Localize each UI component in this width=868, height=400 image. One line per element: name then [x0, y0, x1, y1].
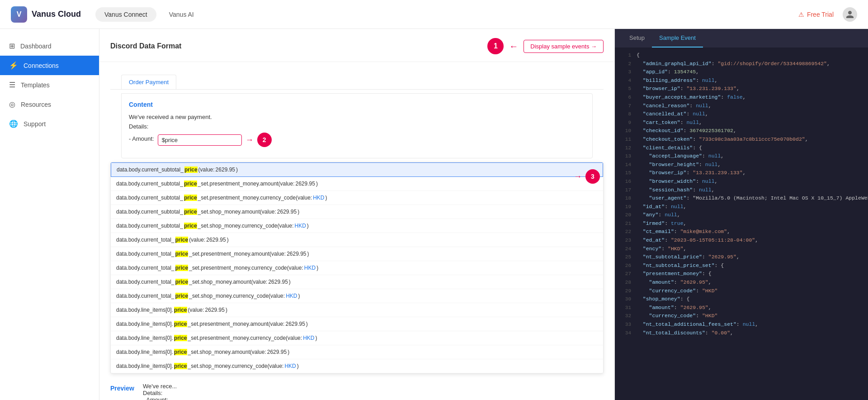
json-line: 29 "currency_code": "HKD": [615, 287, 868, 295]
json-line: 27 "presentment_money": {: [615, 270, 868, 278]
app-title: Vanus Cloud: [32, 10, 81, 19]
step2-circle: 2: [257, 133, 272, 147]
json-line: 18 "user_agent": "Mozilla/5.0 (Macintosh…: [615, 194, 868, 203]
step-indicator: 1 ← Display sample events →: [487, 38, 604, 54]
json-line: 11 "checkout_token": "733c98c3aa03a7c8b1…: [615, 135, 868, 144]
toolbar-area: Discord Data Format 1 ← Display sample e…: [99, 29, 614, 62]
json-line: 2 "admin_graphql_api_id": "gid://shopify…: [615, 60, 868, 68]
dropdown-item[interactable]: data.body.line_items[0].price_set.shop_m…: [111, 345, 603, 359]
arrow-right-icon: →: [245, 135, 254, 145]
json-line: 1{: [615, 51, 868, 60]
sidebar-item-templates[interactable]: ☰ Templates: [0, 75, 99, 95]
json-line: 12 "client_details": {: [615, 144, 868, 152]
dropdown-item[interactable]: data.body.line_items[0].price_set.presen…: [111, 317, 603, 331]
content-text-2: Details:: [129, 123, 585, 130]
resources-icon: ◎: [9, 100, 15, 109]
arrow-right-2-icon: →: [574, 172, 582, 181]
step3-circle: 3: [585, 169, 600, 184]
preview-text-1: We've rece...: [143, 383, 177, 390]
sidebar-item-resources[interactable]: ◎ Resources: [0, 95, 99, 114]
content-area: Discord Data Format 1 ← Display sample e…: [99, 29, 868, 400]
json-tab-setup[interactable]: Setup: [622, 29, 652, 48]
header-right: ⚠ Free Trial: [798, 7, 857, 22]
json-line: 22 "ct_email": "mike@mike.com",: [615, 228, 868, 236]
dropdown-item[interactable]: data.body.current_subtotal_price(value: …: [111, 162, 603, 177]
json-line: 7 "cancel_reason": null,: [615, 102, 868, 110]
json-line: 17 "session_hash": null,: [615, 186, 868, 195]
sidebar-item-dashboard[interactable]: ⊞ Dashboard: [0, 36, 99, 56]
dropdown-list: data.body.current_subtotal_price(value: …: [110, 162, 604, 374]
sidebar-label-resources: Resources: [21, 101, 51, 108]
dropdown-item[interactable]: data.body.current_total_price_set.shop_m…: [111, 289, 603, 303]
json-line: 14 "browser_height": null,: [615, 161, 868, 169]
json-line: 20 "any": null,: [615, 211, 868, 219]
json-line: 9 "cart_token": null,: [615, 119, 868, 127]
step2-label: 2: [263, 136, 266, 143]
content-text-1: We've received a new payment.: [129, 114, 585, 120]
nav-tab-connect[interactable]: Vanus Connect: [95, 7, 156, 22]
dropdown-item[interactable]: data.body.line_items[0].price(value: 262…: [111, 303, 603, 317]
json-line: 16 "browser_width": null,: [615, 177, 868, 186]
preview-text-2: Details:: [143, 390, 177, 396]
main-content: Discord Data Format 1 ← Display sample e…: [99, 29, 868, 400]
logo: V Vanus Cloud: [11, 6, 81, 23]
dropdown-item[interactable]: data.body.current_total_price(value: 262…: [111, 233, 603, 247]
templates-icon: ☰: [9, 81, 15, 89]
dropdown-item[interactable]: data.body.line_items[0].price_set.shop_m…: [111, 359, 603, 373]
json-line: 5 "browser_ip": "13.231.239.133",: [615, 85, 868, 93]
dropdown-item[interactable]: data.body.current_total_price_set.presen…: [111, 261, 603, 275]
price-row: - Amount: → 2: [129, 133, 585, 147]
json-line: 23 "ed_at": "2023-05-15T05:11:28-04:00",: [615, 236, 868, 245]
dropdown-item[interactable]: data.body.current_subtotal_price_set.pre…: [111, 177, 603, 191]
price-input[interactable]: [158, 134, 242, 146]
sidebar-label-templates: Templates: [21, 81, 50, 89]
right-panel: Setup Sample Event 1{2 "admin_graphql_ap…: [615, 29, 868, 400]
dropdown-container: data.body.current_subtotal_price(value: …: [99, 162, 614, 379]
left-panel: Discord Data Format 1 ← Display sample e…: [99, 29, 615, 400]
sidebar-label-dashboard: Dashboard: [20, 43, 52, 50]
warning-icon: ⚠: [798, 11, 804, 18]
dropdown-item[interactable]: data.body.current_total_price_set.shop_m…: [111, 275, 603, 289]
display-sample-events-button[interactable]: Display sample events →: [524, 40, 604, 53]
json-line: 3 "app_id": 1354745,: [615, 68, 868, 76]
preview-section: Preview We've rece... Details: - Amount:: [99, 379, 614, 400]
content-section-title: Content: [129, 101, 585, 108]
dropdown-item[interactable]: data.body.current_total_price_set.presen…: [111, 247, 603, 261]
json-line: 24 "ency": "HKD",: [615, 245, 868, 253]
json-line: 15 "browser_ip": "13.231.239.133",: [615, 169, 868, 177]
sidebar-label-support: Support: [24, 120, 46, 128]
step1-circle: 1: [487, 38, 504, 54]
nav-tabs: Vanus Connect Vanus AI: [95, 7, 203, 22]
connections-icon: ⚡: [9, 61, 18, 70]
free-trial-button[interactable]: ⚠ Free Trial: [798, 11, 834, 18]
user-avatar[interactable]: [843, 7, 857, 22]
sidebar-item-support[interactable]: 🌐 Support: [0, 114, 99, 133]
json-line: 6 "buyer_accepts_marketing": false,: [615, 93, 868, 102]
sidebar: ⊞ Dashboard ⚡ Connections ☰ Templates ◎ …: [0, 29, 99, 400]
preview-content: We've rece... Details: - Amount:: [143, 383, 177, 400]
sidebar-item-connections[interactable]: ⚡ Connections: [0, 56, 99, 75]
nav-tab-ai[interactable]: Vanus AI: [160, 7, 203, 22]
dropdown-item[interactable]: data.body.current_subtotal_price_set.sho…: [111, 219, 603, 233]
json-line: 32 "currency_code": "HKD": [615, 312, 868, 320]
json-tab-sample[interactable]: Sample Event: [652, 29, 703, 48]
dropdown-item[interactable]: data.body.line_items[0].price_set.presen…: [111, 331, 603, 345]
json-line: 21 "irmed": true,: [615, 219, 868, 228]
content-section: Content We've received a new payment. De…: [121, 93, 593, 158]
step3-label: 3: [591, 173, 594, 180]
json-line: 31 "amount": "2629.95",: [615, 304, 868, 312]
content-section-wrapper: Content We've received a new payment. De…: [99, 90, 614, 158]
sidebar-label-connections: Connections: [24, 62, 59, 69]
layout: ⊞ Dashboard ⚡ Connections ☰ Templates ◎ …: [0, 0, 868, 400]
amount-label: - Amount:: [129, 135, 154, 142]
json-line: 8 "cancelled_at": null,: [615, 110, 868, 119]
step3-container: → 3: [574, 169, 600, 184]
json-line: 33 "nt_total_additional_fees_set": null,: [615, 320, 868, 329]
dropdown-item[interactable]: data.body.current_subtotal_price_set.pre…: [111, 191, 603, 205]
dropdown-item[interactable]: data.body.current_subtotal_price_set.sho…: [111, 205, 603, 219]
header: V Vanus Cloud Vanus Connect Vanus AI ⚠ F…: [0, 0, 868, 29]
preview-label: Preview: [110, 383, 137, 392]
order-payment-tab[interactable]: Order Payment: [121, 75, 176, 89]
json-line: 13 "accept_language": null,: [615, 152, 868, 161]
json-line: 30 "shop_money": {: [615, 295, 868, 304]
